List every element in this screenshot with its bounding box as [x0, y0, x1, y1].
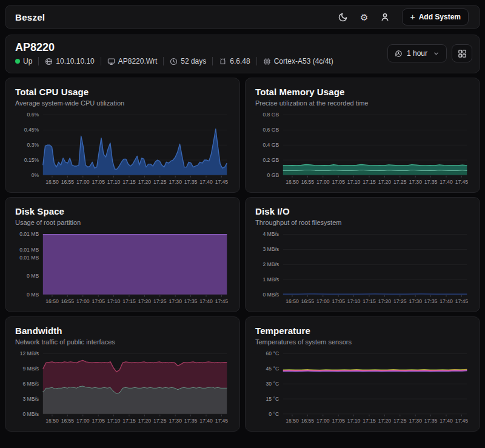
svg-text:16:50: 16:50	[45, 298, 59, 304]
add-system-button[interactable]: + Add System	[402, 8, 469, 25]
chart-subtitle: Network traffic of public interfaces	[15, 338, 230, 346]
system-hostname-value: AP8220.Wrt	[118, 57, 157, 65]
svg-text:17:35: 17:35	[424, 179, 438, 185]
svg-text:17:00: 17:00	[76, 418, 90, 424]
bandwidth-chart[interactable]: 12 MB/s9 MB/s6 MB/s3 MB/s0 MB/s16:5016:5…	[15, 349, 230, 425]
svg-text:17:20: 17:20	[378, 179, 392, 185]
svg-text:17:20: 17:20	[138, 179, 152, 185]
chart-title: Total CPU Usage	[15, 87, 230, 97]
svg-text:17:10: 17:10	[347, 298, 361, 304]
svg-text:17:05: 17:05	[92, 298, 105, 304]
chart-subtitle: Usage of root partition	[15, 219, 230, 226]
svg-text:16:50: 16:50	[45, 418, 59, 424]
bandwidth-chart-card: Bandwidth Network traffic of public inte…	[5, 316, 240, 432]
svg-text:17:40: 17:40	[199, 298, 213, 304]
svg-text:17:30: 17:30	[169, 298, 182, 304]
system-uptime: 52 days	[170, 57, 206, 65]
svg-text:17:15: 17:15	[363, 298, 376, 304]
svg-text:0.01 MB: 0.01 MB	[19, 231, 39, 237]
divider	[256, 57, 257, 65]
memory-chart-card: Total Memory Usage Precise utilization a…	[245, 78, 480, 193]
temperature-chart-card: Temperature Temperatures of system senso…	[245, 316, 480, 432]
svg-text:17:30: 17:30	[169, 418, 182, 424]
disk-io-chart-card: Disk I/O Throughput of root filesystem 4…	[245, 197, 480, 312]
svg-text:17:05: 17:05	[92, 418, 105, 424]
time-range-value: 1 hour	[407, 49, 427, 58]
user-menu-button[interactable]	[380, 12, 390, 22]
svg-text:17:45: 17:45	[215, 418, 229, 424]
status-badge: Up	[15, 57, 32, 65]
svg-text:17:25: 17:25	[393, 418, 407, 424]
divider	[163, 57, 164, 65]
svg-text:0.6%: 0.6%	[27, 112, 39, 118]
svg-text:16:55: 16:55	[61, 418, 75, 424]
svg-text:45 °C: 45 °C	[266, 366, 279, 372]
svg-text:17:20: 17:20	[138, 298, 152, 304]
svg-text:0.6 GB: 0.6 GB	[263, 127, 279, 133]
dark-mode-toggle[interactable]	[338, 12, 348, 22]
chart-svg: 12 MB/s9 MB/s6 MB/s3 MB/s0 MB/s16:5016:5…	[15, 349, 230, 425]
svg-text:17:20: 17:20	[378, 298, 392, 304]
system-hostname: AP8220.Wrt	[107, 57, 157, 65]
svg-text:0 °C: 0 °C	[269, 411, 279, 417]
svg-text:16:55: 16:55	[301, 298, 315, 304]
chart-subtitle: Temperatures of system sensors	[255, 338, 470, 346]
plus-icon: +	[410, 13, 415, 21]
memory-chart[interactable]: 0.8 GB0.6 GB0.4 GB0.2 GB0 GB16:5016:5517…	[255, 110, 470, 186]
cpu-chart-card: Total CPU Usage Average system-wide CPU …	[5, 78, 240, 193]
gear-icon: ⚙	[360, 13, 368, 22]
svg-text:17:00: 17:00	[76, 298, 90, 304]
svg-text:0.01 MB: 0.01 MB	[19, 255, 39, 261]
svg-text:17:35: 17:35	[424, 418, 438, 424]
svg-text:17:05: 17:05	[92, 179, 105, 185]
svg-text:17:25: 17:25	[393, 298, 407, 304]
layout-grid-button[interactable]	[452, 44, 472, 62]
time-range-select[interactable]: 1 hour	[387, 44, 447, 62]
svg-text:17:30: 17:30	[409, 298, 422, 304]
system-ip: 10.10.10.10	[45, 57, 94, 65]
system-cpu-model: Cortex-A53 (4c/4t)	[263, 57, 333, 65]
disk-space-chart-card: Disk Space Usage of root partition 0.01 …	[5, 197, 240, 312]
svg-text:17:25: 17:25	[153, 179, 167, 185]
svg-text:0.01 MB: 0.01 MB	[19, 247, 39, 253]
svg-text:17:35: 17:35	[184, 298, 198, 304]
chart-title: Temperature	[255, 326, 470, 336]
chart-title: Total Memory Usage	[255, 87, 470, 97]
disk-io-chart[interactable]: 4 MB/s3 MB/s2 MB/s1 MB/s0 MB/s16:5016:55…	[255, 229, 470, 306]
svg-text:0 MB: 0 MB	[27, 273, 39, 279]
svg-text:0.4 GB: 0.4 GB	[263, 142, 279, 148]
svg-text:9 MB/s: 9 MB/s	[22, 366, 39, 372]
svg-text:16:50: 16:50	[45, 179, 59, 185]
svg-text:17:45: 17:45	[455, 298, 469, 304]
brand-logo[interactable]: Beszel	[15, 12, 45, 22]
svg-text:17:00: 17:00	[316, 179, 330, 185]
svg-text:17:40: 17:40	[440, 179, 453, 185]
svg-text:17:35: 17:35	[424, 298, 438, 304]
cpu-chart[interactable]: 0.6%0.45%0.3%0.15%0%16:5016:5517:0017:05…	[15, 110, 230, 186]
svg-text:17:10: 17:10	[107, 179, 121, 185]
disk-space-chart[interactable]: 0.01 MB0.01 MB0.01 MB0 MB0 MB16:5016:551…	[15, 229, 230, 306]
settings-button[interactable]: ⚙	[360, 13, 368, 22]
svg-text:16:55: 16:55	[61, 179, 75, 185]
user-icon	[380, 12, 390, 22]
svg-text:17:35: 17:35	[184, 418, 198, 424]
svg-text:2 MB/s: 2 MB/s	[263, 261, 279, 267]
svg-text:15 °C: 15 °C	[266, 396, 279, 402]
svg-text:0.2 GB: 0.2 GB	[263, 157, 279, 163]
svg-text:0.45%: 0.45%	[24, 127, 39, 133]
temperature-chart[interactable]: 60 °C45 °C30 °C15 °C0 °C16:5016:5517:001…	[255, 349, 470, 425]
penguin-icon	[219, 58, 227, 65]
svg-text:17:15: 17:15	[363, 179, 376, 185]
svg-text:3 MB/s: 3 MB/s	[263, 246, 279, 252]
system-uptime-value: 52 days	[181, 57, 206, 65]
svg-text:30 °C: 30 °C	[266, 381, 279, 387]
chart-subtitle: Throughput of root filesystem	[255, 219, 470, 226]
chip-icon	[263, 58, 271, 65]
svg-text:17:45: 17:45	[215, 179, 229, 185]
svg-text:17:10: 17:10	[347, 418, 361, 424]
divider	[212, 57, 213, 65]
svg-text:17:25: 17:25	[153, 418, 167, 424]
svg-text:12 MB/s: 12 MB/s	[20, 350, 39, 356]
svg-text:1 MB/s: 1 MB/s	[263, 276, 279, 283]
system-kernel: 6.6.48	[219, 57, 250, 65]
